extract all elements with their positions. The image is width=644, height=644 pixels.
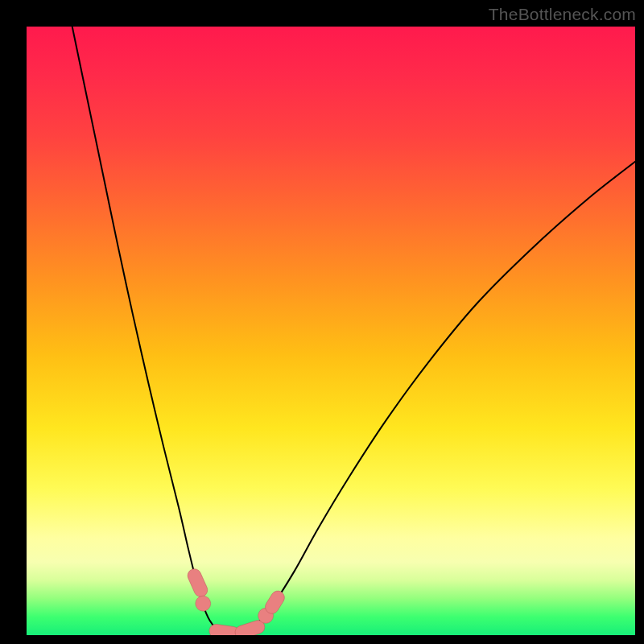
- curve-left-branch: [72, 27, 233, 635]
- watermark-text: TheBottleneck.com: [489, 5, 636, 24]
- plot-area: [27, 27, 635, 635]
- frame: TheBottleneck.com: [0, 0, 644, 644]
- marker-circle-1: [196, 596, 211, 611]
- marker-capsule-0: [185, 567, 209, 599]
- chart-svg: [27, 27, 635, 635]
- curve-right-branch: [233, 162, 635, 635]
